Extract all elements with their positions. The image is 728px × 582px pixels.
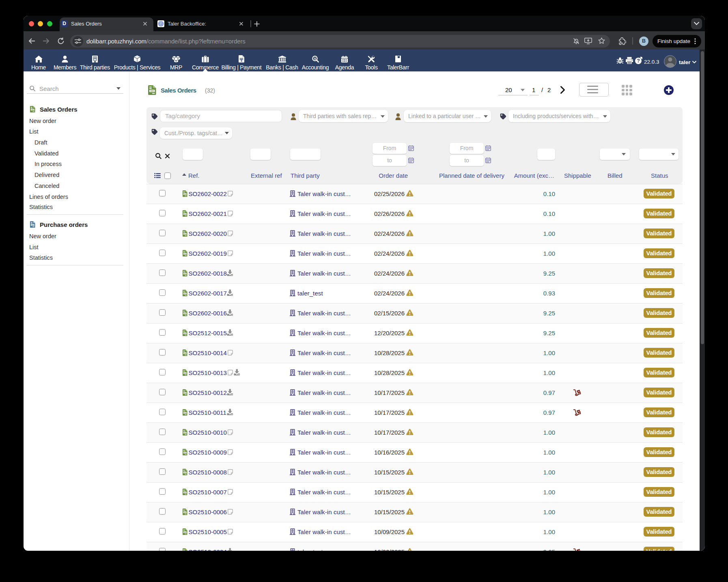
svg-text:?: ? bbox=[637, 58, 640, 64]
